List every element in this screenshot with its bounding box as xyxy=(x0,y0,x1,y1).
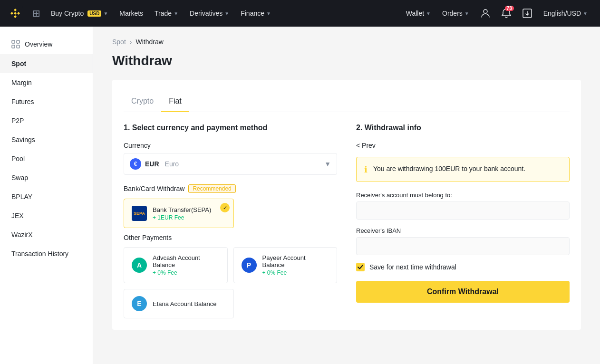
sidebar-item-jex[interactable]: JEX xyxy=(0,206,93,225)
sidebar-bplay-label: BPLAY xyxy=(11,193,32,201)
page-title: Withdraw xyxy=(112,53,581,68)
breadcrumb-current: Withdraw xyxy=(135,38,163,46)
receiver-account-label: Receiver's account must belong to: xyxy=(356,192,570,199)
iban-label: Receiver's IBAN xyxy=(356,227,570,234)
svg-rect-4 xyxy=(17,40,19,43)
page-layout: Overview Spot Margin Futures P2P Savings… xyxy=(0,27,600,364)
currency-name: Euro xyxy=(165,160,321,168)
sepa-name: Bank Transfer(SEPA) xyxy=(153,206,211,213)
sidebar-txhistory-label: Transaction History xyxy=(11,250,68,258)
sidebar-wazirx-label: WazirX xyxy=(11,231,33,239)
sepa-icon: SEPA xyxy=(132,206,147,221)
nav-trade[interactable]: Trade ▼ xyxy=(150,0,183,27)
sidebar-item-swap[interactable]: Swap xyxy=(0,168,93,187)
main-content: Spot › Withdraw Withdraw Crypto Fiat 1. … xyxy=(93,27,600,364)
sidebar-pool-label: Pool xyxy=(11,155,25,163)
payeer-icon: P xyxy=(242,258,257,273)
sidebar: Overview Spot Margin Futures P2P Savings… xyxy=(0,27,93,364)
nav-lang-caret: ▼ xyxy=(583,11,588,16)
nav-markets[interactable]: Markets xyxy=(115,0,148,27)
sidebar-item-margin[interactable]: Margin xyxy=(0,73,93,92)
advcash-name: Advcash Account Balance xyxy=(153,254,220,268)
nav-buy-crypto[interactable]: Buy Crypto USD ▼ xyxy=(46,0,113,27)
payeer-name: Payeer Account Balance xyxy=(262,254,329,268)
sidebar-item-transaction-history[interactable]: Transaction History xyxy=(0,244,93,263)
sidebar-savings-label: Savings xyxy=(11,136,35,144)
tab-fiat[interactable]: Fiat xyxy=(161,91,189,112)
iban-input[interactable] xyxy=(356,237,570,255)
save-label[interactable]: Save for next time withdrawal xyxy=(369,263,456,271)
prev-button[interactable]: < Prev xyxy=(356,142,376,149)
breadcrumb-separator: › xyxy=(130,38,132,46)
sidebar-overview-label: Overview xyxy=(25,40,52,48)
advcash-icon: A xyxy=(132,258,147,273)
nav-orders-caret: ▼ xyxy=(465,11,469,16)
confirm-withdrawal-button[interactable]: Confirm Withdrawal xyxy=(356,281,570,303)
withdraw-card: Crypto Fiat 1. Select currency and payme… xyxy=(112,80,581,330)
tab-crypto[interactable]: Crypto xyxy=(124,91,161,112)
section1-heading: 1. Select currency and payment method xyxy=(124,124,337,132)
notification-count: 73 xyxy=(505,6,514,11)
other-payments-grid: A Advcash Account Balance + 0% Fee P Pay… xyxy=(124,247,337,283)
sidebar-item-p2p[interactable]: P2P xyxy=(0,111,93,130)
sidebar-jex-label: JEX xyxy=(11,212,24,220)
download-button[interactable] xyxy=(518,4,537,23)
sidebar-item-bplay[interactable]: BPLAY xyxy=(0,187,93,206)
nav-right-area: Wallet ▼ Orders ▼ 73 English/USD ▼ xyxy=(401,0,592,27)
sidebar-item-overview[interactable]: Overview xyxy=(0,34,93,54)
bank-transfer-sepa-container: SEPA Bank Transfer(SEPA) + 1EUR Fee ✓ xyxy=(124,199,234,228)
nav-derivatives-caret: ▼ xyxy=(224,11,229,16)
logo[interactable] xyxy=(8,6,23,21)
bank-card-label: Bank/Card Withdraw Recommended xyxy=(124,184,337,193)
advcash-fee: + 0% Fee xyxy=(153,269,220,276)
eur-icon: € xyxy=(130,158,141,170)
usd-badge: USD xyxy=(87,10,101,17)
nav-wallet-caret: ▼ xyxy=(426,11,431,16)
notifications-button[interactable]: 73 xyxy=(497,4,516,23)
receiver-account-field: Receiver's account must belong to: xyxy=(356,192,570,220)
nav-wallet[interactable]: Wallet ▼ xyxy=(401,0,435,27)
nav-finance[interactable]: Finance ▼ xyxy=(236,0,276,27)
save-checkbox[interactable] xyxy=(356,263,365,271)
breadcrumb: Spot › Withdraw xyxy=(112,38,581,46)
currency-caret-icon: ▼ xyxy=(324,160,331,168)
currency-select[interactable]: € EUR Euro ▼ xyxy=(124,153,337,175)
sidebar-item-pool[interactable]: Pool xyxy=(0,149,93,168)
payment-method-advcash[interactable]: A Advcash Account Balance + 0% Fee xyxy=(124,247,228,283)
breadcrumb-spot-link[interactable]: Spot xyxy=(112,38,126,46)
sidebar-item-spot[interactable]: Spot xyxy=(0,54,93,73)
info-message: You are withdrawing 100EUR to your bank … xyxy=(373,164,525,174)
sidebar-p2p-label: P2P xyxy=(11,117,24,125)
payment-method-sepa[interactable]: SEPA Bank Transfer(SEPA) + 1EUR Fee ✓ xyxy=(124,199,234,228)
nav-orders[interactable]: Orders ▼ xyxy=(437,0,474,27)
info-icon: ℹ xyxy=(364,164,368,175)
sidebar-item-futures[interactable]: Futures xyxy=(0,92,93,111)
advcash-info: Advcash Account Balance + 0% Fee xyxy=(153,254,220,276)
nav-derivatives[interactable]: Derivatives ▼ xyxy=(185,0,234,27)
sepa-selected-checkmark: ✓ xyxy=(220,203,230,212)
nav-trade-caret: ▼ xyxy=(174,11,178,16)
save-checkbox-row: Save for next time withdrawal xyxy=(356,263,570,271)
sidebar-spot-label: Spot xyxy=(11,60,26,67)
sidebar-swap-label: Swap xyxy=(11,174,28,182)
payment-method-etana[interactable]: E Etana Account Balance xyxy=(124,289,234,318)
sidebar-item-wazirx[interactable]: WazirX xyxy=(0,225,93,244)
receiver-account-input[interactable] xyxy=(356,201,570,220)
grid-menu-icon[interactable]: ⊞ xyxy=(32,8,40,19)
two-column-layout: 1. Select currency and payment method Cu… xyxy=(124,124,570,318)
sidebar-item-savings[interactable]: Savings xyxy=(0,130,93,149)
svg-rect-5 xyxy=(12,45,15,48)
etana-info: Etana Account Balance xyxy=(153,300,216,307)
tab-bar: Crypto Fiat xyxy=(124,91,570,112)
section2-heading: 2. Withdrawal info xyxy=(356,124,570,132)
sepa-fee: + 1EUR Fee xyxy=(153,214,211,221)
payment-method-payeer[interactable]: P Payeer Account Balance + 0% Fee xyxy=(233,247,338,283)
profile-button[interactable] xyxy=(476,4,495,23)
currency-code: EUR xyxy=(145,160,159,168)
info-box: ℹ You are withdrawing 100EUR to your ban… xyxy=(356,157,570,182)
section-withdrawal-info: 2. Withdrawal info < Prev ℹ You are with… xyxy=(356,124,570,318)
nav-language[interactable]: English/USD ▼ xyxy=(539,0,592,27)
currency-label: Currency xyxy=(124,142,337,149)
svg-rect-3 xyxy=(12,40,15,43)
sepa-info: Bank Transfer(SEPA) + 1EUR Fee xyxy=(153,206,211,221)
